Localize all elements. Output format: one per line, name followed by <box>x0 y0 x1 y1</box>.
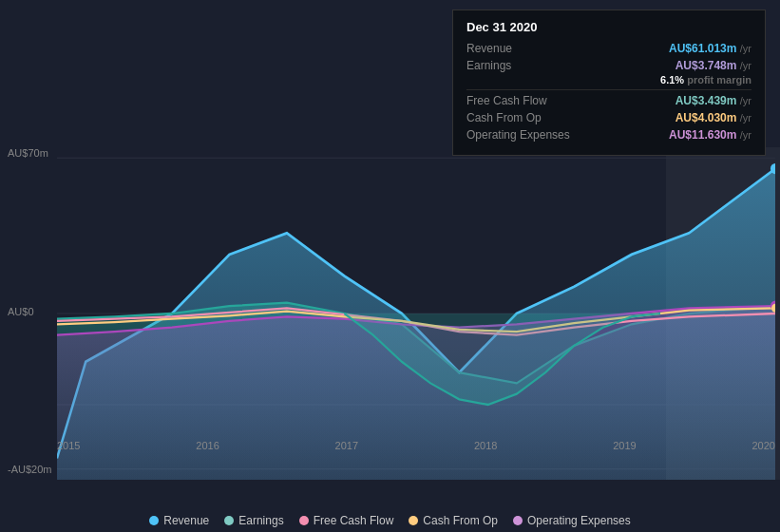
tooltip-opex-label: Operating Expenses <box>466 128 570 142</box>
legend-dot-revenue <box>149 516 159 525</box>
tooltip-revenue-row: Revenue AU$61.013m /yr <box>466 42 751 55</box>
tooltip-cashop-row: Cash From Op AU$4.030m /yr <box>466 111 751 124</box>
legend-item-opex[interactable]: Operating Expenses <box>513 514 631 527</box>
y-label-mid: AU$0 <box>8 306 34 317</box>
legend-item-fcf[interactable]: Free Cash Flow <box>299 514 394 527</box>
y-label-bot: -AU$20m <box>8 464 51 475</box>
chart-legend: Revenue Earnings Free Cash Flow Cash Fro… <box>0 514 780 527</box>
legend-label-earnings: Earnings <box>238 514 283 527</box>
legend-label-opex: Operating Expenses <box>527 514 631 527</box>
tooltip-opex-row: Operating Expenses AU$11.630m /yr <box>466 128 751 142</box>
tooltip-revenue-value: AU$61.013m /yr <box>669 42 751 55</box>
legend-item-revenue[interactable]: Revenue <box>149 514 209 527</box>
legend-dot-fcf <box>299 516 309 525</box>
tooltip-title: Dec 31 2020 <box>466 20 751 34</box>
x-label-2018: 2018 <box>474 440 497 451</box>
legend-dot-cashop <box>409 516 418 525</box>
x-label-2016: 2016 <box>196 440 219 451</box>
legend-label-fcf: Free Cash Flow <box>314 514 394 527</box>
tooltip-fcf-value: AU$3.439m /yr <box>675 94 751 107</box>
legend-label-cashop: Cash From Op <box>423 514 498 527</box>
tooltip-profit-margin: 6.1% profit margin <box>466 74 751 86</box>
y-label-top: AU$70m <box>8 147 48 159</box>
tooltip-earnings-row: Earnings AU$3.748m /yr <box>466 59 751 72</box>
tooltip-panel: Dec 31 2020 Revenue AU$61.013m /yr Earni… <box>452 10 766 156</box>
legend-dot-opex <box>513 516 523 525</box>
chart-area: AU$70m AU$0 -AU$20m <box>0 147 780 480</box>
x-label-2017: 2017 <box>335 440 358 451</box>
x-label-2015: 2015 <box>57 440 80 451</box>
legend-item-cashop[interactable]: Cash From Op <box>409 514 498 527</box>
legend-item-earnings[interactable]: Earnings <box>224 514 283 527</box>
tooltip-earnings-value: AU$3.748m /yr <box>675 59 751 72</box>
legend-dot-earnings <box>224 516 234 525</box>
legend-label-revenue: Revenue <box>163 514 209 527</box>
tooltip-cashop-label: Cash From Op <box>466 111 542 124</box>
tooltip-fcf-label: Free Cash Flow <box>466 94 547 107</box>
tooltip-cashop-value: AU$4.030m /yr <box>675 111 751 124</box>
tooltip-earnings-label: Earnings <box>466 59 511 72</box>
tooltip-opex-value: AU$11.630m /yr <box>669 128 751 142</box>
x-axis-labels: 2015 2016 2017 2018 2019 2020 <box>57 440 775 451</box>
tooltip-fcf-row: Free Cash Flow AU$3.439m /yr <box>466 94 751 107</box>
x-label-2020: 2020 <box>751 440 774 451</box>
x-label-2019: 2019 <box>613 440 636 451</box>
chart-svg <box>57 147 775 480</box>
tooltip-revenue-label: Revenue <box>466 42 512 55</box>
